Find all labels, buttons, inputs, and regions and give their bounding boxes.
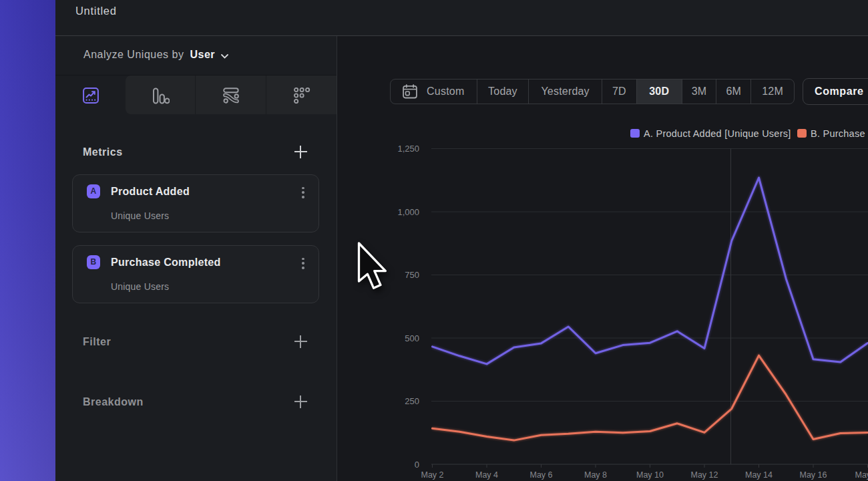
svg-text:May 16: May 16 — [800, 470, 827, 480]
svg-text:750: 750 — [405, 270, 419, 280]
svg-text:May 2: May 2 — [421, 470, 443, 480]
svg-text:1,250: 1,250 — [397, 144, 419, 154]
svg-text:May 18: May 18 — [855, 470, 868, 480]
svg-text:May 6: May 6 — [529, 470, 552, 480]
svg-text:May 14: May 14 — [745, 470, 773, 480]
svg-text:May 4: May 4 — [475, 470, 498, 480]
svg-text:May 12: May 12 — [691, 470, 718, 480]
svg-text:500: 500 — [405, 333, 419, 343]
svg-text:0: 0 — [415, 460, 419, 470]
svg-text:May 10: May 10 — [636, 470, 664, 480]
svg-text:250: 250 — [405, 396, 419, 406]
svg-text:1,000: 1,000 — [397, 207, 419, 217]
svg-text:May 8: May 8 — [584, 470, 607, 480]
